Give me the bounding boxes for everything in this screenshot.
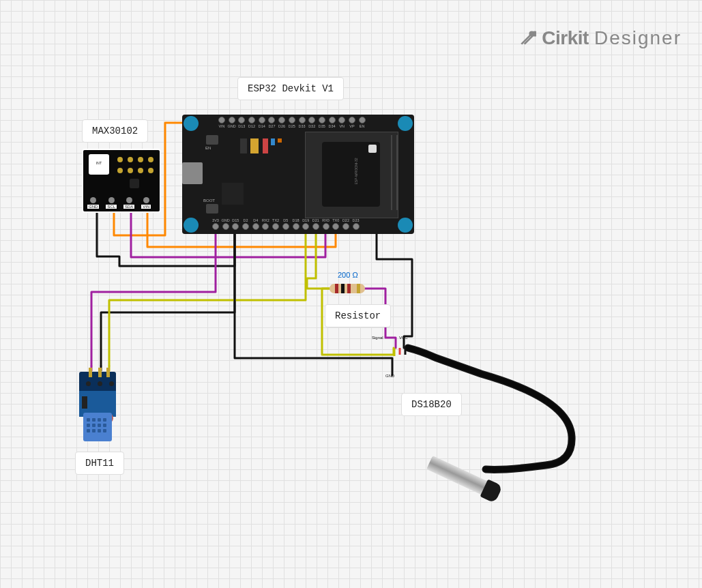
label-dht11: DHT11: [75, 452, 124, 475]
esp-pin-d13: D13: [237, 117, 246, 130]
wire: [235, 222, 392, 375]
esp-pin-vin: VIN: [218, 117, 226, 130]
resistor-body: [330, 284, 365, 293]
esp-pin-gnd: GND: [222, 218, 230, 232]
esp-pin-d35: D35: [318, 117, 326, 130]
esp-pin-tx0: TX0: [332, 218, 340, 232]
esp-pin-d32: D32: [308, 117, 316, 130]
esp-pin-d2: D2: [242, 218, 250, 232]
esp-pin-d22: D22: [342, 218, 350, 232]
esp-pin-gnd: GND: [228, 117, 236, 130]
esp-pin-d5: D5: [282, 218, 290, 232]
label-resistor: Resistor: [325, 304, 391, 327]
esp-pin-3v3: 3V3: [211, 218, 220, 232]
esp-pin-d25: D25: [288, 117, 296, 130]
esp-pin-rx2: RX2: [261, 218, 269, 232]
esp-pin-tx2: TX2: [272, 218, 280, 232]
label-max30102: MAX30102: [82, 119, 148, 143]
esp-pin-d33: D33: [298, 117, 306, 130]
esp-pin-d23: D23: [352, 218, 360, 232]
esp-pin-en: EN: [358, 117, 366, 130]
esp-pin-rx0: RX0: [322, 218, 330, 232]
esp-pin-d18: D18: [292, 218, 300, 232]
esp-pin-d26: D26: [278, 117, 286, 130]
esp-pin-d12: D12: [248, 117, 256, 130]
max-int-pin: INT: [89, 154, 109, 175]
max30102-module: INT GND SCL SDA VIN: [82, 149, 161, 213]
wire: [377, 222, 412, 348]
esp32-board: ESP-WROOM-32 EN BOOT VINGNDD13D12D14D27D…: [182, 115, 414, 234]
esp-pin-d14: D14: [258, 117, 266, 130]
esp-pin-d4: D4: [252, 218, 260, 232]
esp-pin-d34: D34: [328, 117, 336, 130]
label-ds18b20: DS18B20: [401, 393, 462, 416]
esp-pin-vp: VP: [348, 117, 356, 130]
esp-pin-d21: D21: [312, 218, 320, 232]
resistor-value-label: 200 Ω: [338, 271, 358, 279]
esp-pin-d27: D27: [267, 117, 276, 130]
esp32-chip: ESP-WROOM-32: [322, 142, 380, 207]
label-esp32: ESP32 Devkit V1: [237, 77, 344, 100]
esp-pin-d15: D15: [231, 218, 239, 232]
esp-pin-vn: VN: [338, 117, 346, 130]
dht11-module: [79, 372, 116, 441]
wire: [109, 222, 306, 366]
wiring-layer: [0, 0, 702, 588]
esp-pin-d19: D19: [302, 218, 310, 232]
